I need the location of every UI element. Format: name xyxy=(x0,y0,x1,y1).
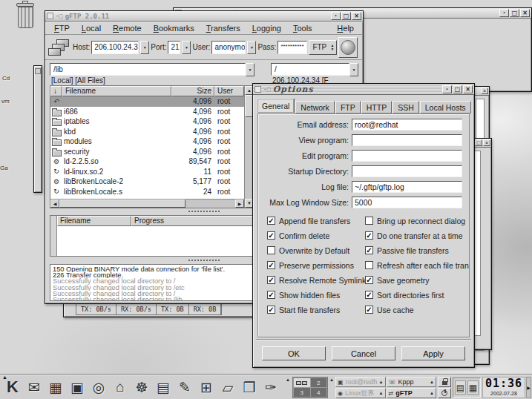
local-path-input[interactable]: /lib xyxy=(50,63,246,76)
checkbox-item[interactable]: Overwrite by Default xyxy=(267,245,365,255)
desktop-icon-label[interactable]: Ga xyxy=(0,165,8,171)
pager-desktop-3[interactable]: 3 xyxy=(294,388,310,397)
tab-ssh[interactable]: SSH xyxy=(393,101,419,113)
launcher-pen-icon[interactable]: ✑ xyxy=(260,376,281,398)
connect-button[interactable] xyxy=(338,37,358,58)
lock-screen-button[interactable] xyxy=(438,377,451,387)
checkbox-item[interactable]: ✓Sort directories first xyxy=(365,290,470,300)
tab-local-hosts[interactable]: Local Hosts xyxy=(420,101,471,113)
task-item[interactable]: ☏Kppp▲ xyxy=(387,377,437,387)
launcher-home-icon[interactable]: ⌂ xyxy=(110,376,131,398)
maximize-button[interactable]: □ xyxy=(341,12,351,20)
launcher-mail-icon[interactable]: ✉ xyxy=(24,376,45,398)
file-row[interactable]: security4,096root xyxy=(50,147,244,157)
file-row[interactable]: ↻libBrokenLocale.s24root xyxy=(50,187,244,197)
clipboard-tray-icon[interactable]: ▤ xyxy=(455,380,466,395)
menu-bookmarks[interactable]: Bookmarks xyxy=(148,23,200,33)
file-row[interactable]: modules4,096root xyxy=(50,136,244,147)
protocol-spinner[interactable]: ▲ ▼ xyxy=(328,41,336,54)
file-row[interactable]: i6864,096root xyxy=(50,107,244,117)
minimize-button[interactable]: · xyxy=(331,12,341,20)
checkbox-item[interactable]: ✓Preserve permissions xyxy=(267,260,365,270)
scroll-left-icon[interactable]: ◀ xyxy=(50,200,59,208)
options-titlebar[interactable]: -□ Options · □ × xyxy=(253,84,474,95)
launcher-browser-icon[interactable]: ☸ xyxy=(131,376,152,398)
ok-button[interactable]: OK xyxy=(262,346,326,360)
user-column-header[interactable]: User xyxy=(214,86,244,96)
pager-desktop-1[interactable] xyxy=(294,378,310,387)
local-hscrollbar[interactable]: ◀ ▶ xyxy=(50,199,244,208)
file-row[interactable]: iptables4,096root xyxy=(50,116,244,127)
host-input[interactable]: 206.100.24.34 xyxy=(91,41,139,54)
tab-general[interactable]: General xyxy=(257,98,295,113)
pager-arrow-icon[interactable]: ▲ xyxy=(286,377,290,382)
checkbox-item[interactable]: ✓Confirm delete xyxy=(267,231,365,240)
apply-button[interactable]: Apply xyxy=(401,346,465,360)
menu-transfers[interactable]: Transfers xyxy=(200,23,246,33)
file-row[interactable]: ⚙ld-2.2.5.so89,547root xyxy=(50,156,244,167)
launcher-desktop-icon[interactable]: ▦ xyxy=(45,376,66,398)
launcher-paint-icon[interactable]: ✎ xyxy=(174,376,195,398)
close-button[interactable]: × xyxy=(483,139,490,146)
task-item[interactable]: ◉Linux世界▲ xyxy=(335,388,386,398)
menu-help[interactable]: Help xyxy=(331,23,360,33)
task-item[interactable]: ⇄gFTP▲ xyxy=(387,388,437,398)
cancel-button[interactable]: Cancel xyxy=(332,346,395,360)
checkbox-item[interactable]: Bring up reconnect dialog xyxy=(365,216,470,225)
file-row[interactable]: ↻ld-linux.so.211root xyxy=(50,167,244,177)
menu-local[interactable]: Local xyxy=(76,23,107,33)
checkbox-item[interactable]: ✓Save geometry xyxy=(365,275,470,285)
checkbox-item[interactable]: ✓Start file transfers xyxy=(267,305,365,314)
menu-logging[interactable]: Logging xyxy=(246,23,287,33)
task-item[interactable]: ▣root@redha..▲ xyxy=(335,377,386,387)
minimize-button[interactable]: · xyxy=(442,85,452,93)
launcher-help-icon[interactable]: ◎ xyxy=(88,376,109,398)
screenshot-tray-icon[interactable]: ▦ xyxy=(467,380,479,395)
close-button[interactable]: × xyxy=(481,88,488,94)
protocol-select[interactable]: FTP ▲ ▼ xyxy=(309,40,337,55)
field-input[interactable]: root@redhat xyxy=(352,119,462,131)
close-button[interactable]: × xyxy=(352,12,361,20)
user-input[interactable]: anonymous xyxy=(211,41,246,54)
local-path-dropdown-icon[interactable]: ▼ xyxy=(246,63,254,76)
fragment-titlebar[interactable]: × xyxy=(473,87,489,96)
clock-applet[interactable]: 01:36 2002-07-28 xyxy=(482,377,525,398)
host-dropdown-icon[interactable]: ▼ xyxy=(140,41,149,54)
panel-hide-icon[interactable]: ▶ xyxy=(526,377,531,398)
file-row[interactable]: kbd4,096root xyxy=(50,127,244,137)
checkbox-item[interactable]: ✓Do one transfer at a time xyxy=(365,231,470,240)
field-input[interactable]: 5000 xyxy=(352,197,462,208)
menu-remote[interactable]: Remote xyxy=(107,23,148,33)
menu-tools[interactable]: Tools xyxy=(287,23,318,33)
tab-ftp[interactable]: FTP xyxy=(335,101,361,113)
pager-desktop-4[interactable]: 4 xyxy=(311,388,327,397)
launcher-k-menu-icon[interactable]: K xyxy=(2,376,23,398)
logout-button[interactable] xyxy=(438,388,451,398)
maximize-button[interactable]: □ xyxy=(453,85,462,93)
remote-path-input[interactable]: / xyxy=(271,63,349,76)
minimize-button[interactable]: · xyxy=(499,9,509,17)
checkbox-item[interactable]: ✓Passive file transfers xyxy=(365,245,470,255)
launcher-konsole-icon[interactable]: ▣ xyxy=(67,376,88,398)
pass-input[interactable]: ********** xyxy=(278,41,307,54)
checkbox-item[interactable]: ✓Show hidden files xyxy=(267,290,365,300)
checkbox-item[interactable]: ✓Use cache xyxy=(365,305,470,314)
scrollbar-thumb[interactable] xyxy=(59,200,185,208)
field-input[interactable]: ~/.gftp/gftp.log xyxy=(352,181,462,193)
launcher-package-icon[interactable]: ❒ xyxy=(239,376,260,398)
filename-column-header[interactable]: Filename xyxy=(57,216,131,226)
launcher-folder-icon[interactable]: ▱ xyxy=(217,376,238,398)
tab-http[interactable]: HTTP xyxy=(361,101,392,113)
checkbox-item[interactable]: ✓Append file transfers xyxy=(267,216,365,225)
launcher-news-icon[interactable]: ▤ xyxy=(153,376,174,398)
scroll-right-icon[interactable]: ▶ xyxy=(235,200,244,208)
filename-column-header[interactable]: Filename xyxy=(62,86,171,96)
close-button[interactable]: × xyxy=(463,85,473,93)
tasks-arrow-icon[interactable]: ▲ xyxy=(329,377,334,382)
user-dropdown-icon[interactable]: ▼ xyxy=(247,41,256,54)
desktop-icon-label[interactable]: vm xyxy=(1,98,10,105)
gftp-titlebar[interactable]: -□ gFTP 2.0.11 · □ × xyxy=(45,11,363,22)
maximize-button[interactable]: □ xyxy=(475,139,482,146)
desktop-icon-label[interactable]: Cd xyxy=(2,75,10,82)
port-input[interactable]: 21 xyxy=(168,41,180,54)
